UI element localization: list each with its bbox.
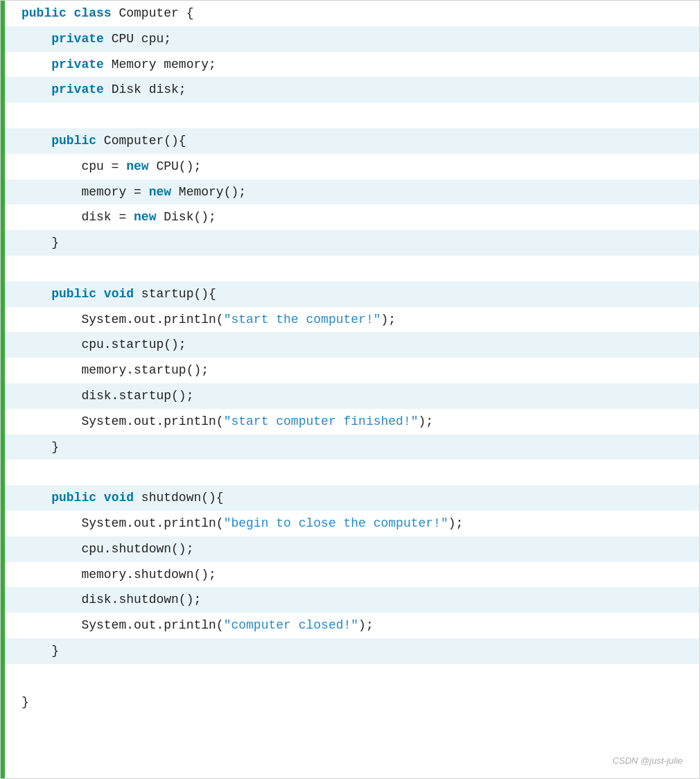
code-text: memory.shutdown(); [21, 568, 216, 581]
code-line: System.out.println("computer closed!"); [1, 613, 699, 638]
code-text: Disk disk; [104, 82, 186, 96]
code-text: shutdown(){ [134, 491, 224, 505]
code-line-blank [1, 664, 699, 690]
code-text: ); [419, 414, 434, 428]
keyword: private [51, 32, 104, 46]
code-text: } [21, 440, 59, 454]
keyword: new [134, 210, 156, 224]
code-line: public Computer(){ [1, 128, 699, 154]
code-text [21, 134, 51, 148]
code-text: ); [381, 313, 396, 326]
code-line: private CPU cpu; [1, 26, 699, 52]
code-line: disk = new Disk(); [1, 204, 699, 230]
code-line: memory.shutdown(); [1, 562, 699, 588]
code-text [21, 82, 51, 96]
code-text: disk.shutdown(); [21, 593, 201, 606]
code-line: private Memory memory; [1, 52, 699, 78]
code-text: cpu.shutdown(); [21, 542, 193, 556]
keyword: private [51, 82, 104, 96]
code-text: Disk(); [156, 210, 216, 224]
code-text: ); [358, 618, 374, 632]
code-text: Computer(){ [96, 134, 186, 148]
left-bar [1, 1, 5, 778]
code-line: private Disk disk; [1, 77, 699, 103]
keyword: public void [51, 491, 134, 505]
keyword: new [126, 159, 148, 173]
keyword: new [149, 185, 171, 199]
code-text: Computer { [112, 6, 194, 20]
code-text [21, 32, 51, 46]
code-line: cpu.shutdown(); [1, 536, 699, 562]
code-text: cpu.startup(); [21, 338, 186, 351]
code-text: System.out.println( [21, 618, 224, 632]
code-line: public void shutdown(){ [1, 485, 699, 511]
code-text: System.out.println( [21, 516, 224, 530]
code-text: startup(){ [134, 287, 216, 301]
code-text: } [21, 236, 59, 250]
string: "begin to close the computer!" [224, 516, 448, 530]
code-line: disk.startup(); [1, 383, 699, 409]
code-line: cpu = new CPU(); [1, 154, 699, 180]
keyword: private [51, 58, 104, 71]
code-line: } [1, 435, 699, 460]
code-line: public class Computer { [1, 1, 699, 26]
code-text [21, 58, 51, 71]
code-line: disk.shutdown(); [1, 587, 699, 613]
code-text: ); [448, 516, 464, 530]
code-text [21, 287, 51, 301]
code-text: CPU cpu; [104, 32, 171, 46]
code-text: Memory memory; [104, 58, 216, 71]
code-text: memory.startup(); [21, 363, 209, 377]
code-line: System.out.println("begin to close the c… [1, 511, 699, 536]
code-text: disk = [21, 210, 134, 224]
code-line-blank [1, 103, 699, 128]
code-text: memory = [21, 185, 149, 199]
keyword: public [51, 134, 96, 148]
code-line: cpu.startup(); [1, 332, 699, 358]
code-container: public class Computer { private CPU cpu;… [0, 0, 700, 779]
code-line: memory = new Memory(); [1, 180, 699, 205]
string: "start computer finished!" [224, 414, 419, 428]
code-line-blank [1, 459, 699, 485]
code-line: } [1, 690, 699, 715]
code-line: public void startup(){ [1, 281, 699, 307]
watermark: CSDN @just-julie [613, 754, 683, 769]
code-line: System.out.println("start the computer!"… [1, 307, 699, 333]
code-text: CPU(); [149, 159, 202, 173]
code-text: disk.startup(); [21, 389, 193, 403]
code-text [21, 491, 51, 505]
code-text: System.out.println( [21, 313, 224, 326]
string: "computer closed!" [224, 618, 358, 632]
keyword: public void [51, 287, 134, 301]
code-text: cpu = [21, 159, 126, 173]
code-line-blank [1, 256, 699, 281]
code-text: } [21, 695, 29, 709]
code-line: memory.startup(); [1, 358, 699, 383]
code-line: System.out.println("start computer finis… [1, 409, 699, 435]
code-text: Memory(); [171, 185, 246, 199]
code-line: } [1, 638, 699, 664]
string: "start the computer!" [224, 313, 381, 326]
code-line: } [1, 230, 699, 256]
code-text: System.out.println( [21, 414, 224, 428]
code-text: } [21, 644, 59, 658]
keyword: public class [21, 6, 112, 20]
